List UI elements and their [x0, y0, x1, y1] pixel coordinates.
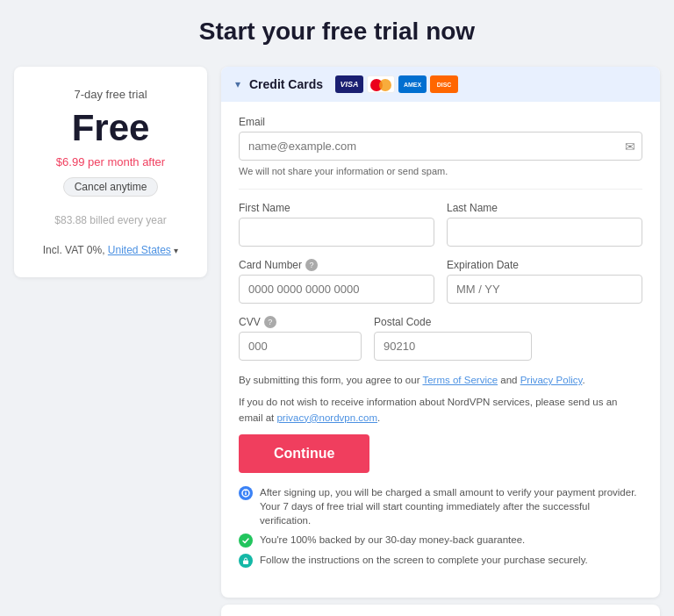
legal-text-1: By submitting this form, you agree to ou…: [239, 373, 642, 388]
first-name-input[interactable]: [239, 218, 434, 247]
credit-cards-section: ▾ Credit Cards VISA AMEX DISC Email ✉: [221, 67, 660, 598]
info-icon-green: [239, 534, 253, 548]
card-number-info-icon[interactable]: ?: [305, 259, 318, 271]
info-text-2: You're 100% backed by our 30-day money-b…: [260, 533, 525, 547]
page-title: Start your free trial now: [199, 18, 475, 46]
discover-logo: DISC: [430, 75, 458, 93]
trial-label: 7-day free trial: [32, 88, 190, 101]
vat-info: Incl. VAT 0%, United States ▾: [32, 244, 190, 256]
amex-logo: AMEX: [398, 75, 427, 93]
country-link[interactable]: United States: [108, 244, 171, 256]
main-layout: 7-day free trial Free $6.99 per month af…: [14, 67, 660, 616]
left-panel: 7-day free trial Free $6.99 per month af…: [14, 67, 207, 277]
per-month-text: $6.99 per month after: [32, 155, 190, 168]
privacy-email-link[interactable]: privacy@nordvpn.com: [276, 412, 377, 423]
divider-1: [239, 189, 642, 190]
svg-point-2: [245, 491, 246, 491]
name-row: First Name Last Name: [239, 202, 642, 247]
postal-input[interactable]: [374, 332, 532, 361]
info-text-1: After signing up, you will be charged a …: [260, 485, 642, 527]
info-item-1: After signing up, you will be charged a …: [239, 485, 642, 527]
svg-rect-3: [243, 561, 248, 565]
email-icon: ✉: [625, 140, 635, 154]
cvv-input[interactable]: [239, 332, 362, 361]
email-wrapper: ✉: [239, 132, 642, 161]
right-panel: ▾ Credit Cards VISA AMEX DISC Email ✉: [221, 67, 660, 616]
card-number-label: Card Number ?: [239, 259, 434, 271]
last-name-col: Last Name: [447, 202, 642, 247]
card-number-input[interactable]: [239, 275, 434, 304]
card-logos: VISA AMEX DISC: [335, 75, 458, 93]
cvv-col: CVV ?: [239, 316, 362, 361]
payment-header[interactable]: ▾ Credit Cards VISA AMEX DISC: [221, 67, 660, 102]
info-item-3: Follow the instructions on the screen to…: [239, 553, 642, 568]
expiry-col: Expiration Date: [447, 259, 642, 304]
cancel-badge: Cancel anytime: [63, 177, 159, 197]
cvv-label: CVV ?: [239, 316, 362, 328]
credit-cards-chevron-icon: ▾: [235, 78, 240, 90]
email-input[interactable]: [239, 132, 642, 161]
price-display: Free: [32, 108, 190, 148]
paypal-section[interactable]: › PayPal P ay Pal: [221, 605, 660, 616]
card-row: Card Number ? Expiration Date: [239, 259, 642, 304]
continue-button[interactable]: Continue: [239, 434, 369, 473]
email-label: Email: [239, 116, 642, 128]
visa-logo: VISA: [335, 75, 363, 93]
info-items: After signing up, you will be charged a …: [239, 485, 642, 568]
info-icon-teal: [239, 554, 253, 568]
expiry-input[interactable]: [447, 275, 642, 304]
legal-text-2: If you do not wish to receive informatio…: [239, 395, 642, 426]
last-name-input[interactable]: [447, 218, 642, 247]
vat-text: Incl. VAT 0%,: [43, 244, 105, 256]
no-share-text: We will not share your information or se…: [239, 166, 642, 176]
cvv-postal-row: CVV ? Postal Code: [239, 316, 642, 361]
info-icon-blue: [239, 486, 253, 500]
privacy-policy-link[interactable]: Privacy Policy: [520, 375, 583, 385]
billed-info: $83.88 billed every year: [32, 214, 190, 226]
payment-form: Email ✉ We will not share your informati…: [221, 102, 660, 598]
credit-cards-label: Credit Cards: [249, 77, 323, 91]
postal-col: Postal Code: [374, 316, 532, 361]
first-name-label: First Name: [239, 202, 434, 214]
expiry-label: Expiration Date: [447, 259, 642, 271]
card-number-col: Card Number ?: [239, 259, 434, 304]
cvv-info-icon[interactable]: ?: [264, 316, 276, 328]
info-item-2: You're 100% backed by our 30-day money-b…: [239, 533, 642, 548]
country-chevron-icon: ▾: [174, 246, 178, 255]
mastercard-logo: [367, 75, 395, 93]
info-text-3: Follow the instructions on the screen to…: [260, 553, 588, 567]
postal-label: Postal Code: [374, 316, 532, 328]
last-name-label: Last Name: [447, 202, 642, 214]
first-name-col: First Name: [239, 202, 434, 247]
email-row: Email ✉ We will not share your informati…: [239, 116, 642, 176]
terms-of-service-link[interactable]: Terms of Service: [422, 375, 498, 385]
